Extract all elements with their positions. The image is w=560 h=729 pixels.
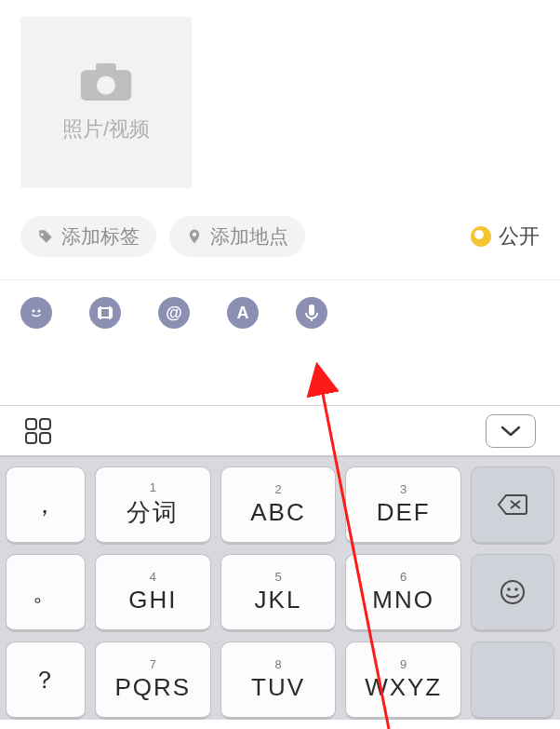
svg-rect-11 (26, 419, 36, 429)
svg-point-19 (514, 587, 518, 591)
add-photo-button[interactable]: 照片/视频 (20, 17, 192, 188)
mention-icon[interactable]: @ (158, 297, 190, 329)
camera-icon (79, 61, 133, 102)
key-1[interactable]: 1分词 (95, 466, 211, 545)
keyboard-topbar (0, 405, 560, 457)
visibility-toggle[interactable]: 公开 (471, 223, 540, 250)
font-icon[interactable]: A (227, 297, 259, 329)
add-photo-label: 照片/视频 (62, 115, 150, 143)
chevron-down-icon (500, 425, 522, 438)
emoji-icon[interactable] (20, 297, 52, 329)
keyboard: ， 1分词 2ABC 3DEF 。 4GHI 5JKL 6MNO ？ 7PQRS… (0, 405, 560, 729)
key-2[interactable]: 2ABC (220, 466, 337, 545)
key-3[interactable]: 3DEF (345, 466, 461, 545)
svg-point-5 (37, 309, 40, 312)
visibility-label: 公开 (499, 223, 540, 250)
compose-area: 照片/视频 添加标签 添加地点 公开 (0, 0, 560, 257)
add-tag-label: 添加标签 (61, 223, 140, 250)
add-location-label: 添加地点 (210, 223, 288, 250)
globe-icon (471, 226, 491, 247)
key-8[interactable]: 8TUV (220, 641, 337, 720)
svg-rect-12 (40, 419, 50, 429)
topic-icon[interactable] (89, 297, 121, 329)
key-5[interactable]: 5JKL (220, 554, 337, 632)
svg-rect-13 (26, 433, 36, 443)
keyboard-switch-icon[interactable] (24, 417, 52, 445)
svg-point-4 (32, 309, 34, 312)
emoji-key-icon (499, 578, 527, 606)
tag-icon (37, 228, 54, 245)
chip-row: 添加标签 添加地点 公开 (20, 216, 540, 257)
key-9[interactable]: 9WXYZ (345, 641, 461, 720)
svg-point-2 (97, 76, 115, 95)
key-punct-period[interactable]: 。 (6, 554, 86, 632)
svg-rect-14 (40, 433, 50, 443)
key-punct-question[interactable]: ？ (6, 641, 86, 720)
input-toolbar: @ A (0, 280, 560, 345)
key-4[interactable]: 4GHI (95, 554, 211, 632)
key-backspace[interactable] (471, 466, 554, 545)
backspace-icon (497, 493, 528, 516)
svg-rect-9 (309, 304, 314, 316)
svg-point-17 (501, 581, 524, 603)
key-punct-comma[interactable]: ， (6, 466, 86, 545)
location-icon (186, 228, 203, 245)
keyboard-collapse-button[interactable] (486, 414, 536, 448)
add-tag-chip[interactable]: 添加标签 (20, 216, 156, 257)
voice-icon[interactable] (296, 297, 327, 329)
svg-rect-1 (96, 63, 116, 74)
key-6[interactable]: 6MNO (345, 554, 461, 632)
key-emoji[interactable] (471, 554, 554, 632)
add-location-chip[interactable]: 添加地点 (169, 216, 305, 257)
svg-point-3 (27, 304, 46, 322)
key-func-blank[interactable] (471, 641, 554, 720)
svg-point-18 (507, 587, 511, 591)
key-7[interactable]: 7PQRS (95, 641, 211, 720)
